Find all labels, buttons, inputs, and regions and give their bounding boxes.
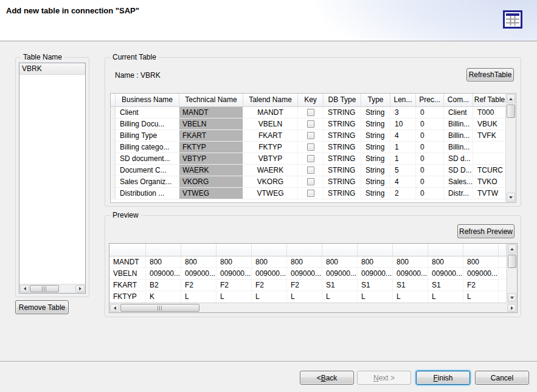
triangle-down-icon [510, 297, 514, 299]
preview-cell-filler [499, 291, 507, 302]
hscrollbar-thumb[interactable] [30, 285, 59, 292]
preview-field-label: FKTYP [109, 291, 146, 302]
preview-row[interactable]: FKTYPKLLLLLLLLL [109, 291, 507, 303]
scroll-up-button[interactable] [508, 244, 516, 253]
back-button[interactable]: < Back [300, 371, 354, 385]
cell-talend: VBTYP [243, 153, 298, 164]
cell-db_type: STRING [324, 119, 361, 129]
preview-header-cell [322, 244, 358, 256]
preview-row[interactable]: FKARTB2F2F2F2F2S1S1S1S1F2 [109, 280, 507, 291]
column-header-type[interactable]: Type [361, 94, 390, 106]
column-header-key[interactable]: Key [298, 94, 324, 106]
preview-cell: 009000... [287, 268, 322, 279]
table-name-list-hscrollbar[interactable] [19, 284, 85, 293]
cell-ref: TVKO [473, 176, 505, 187]
vscrollbar-thumb[interactable] [507, 105, 515, 118]
finish-button[interactable]: Finish [416, 371, 470, 385]
row-header-cell [111, 176, 116, 187]
cell-technical: VKORG [179, 176, 243, 187]
current-table-groupbox: Current Table Name : VBRK RefreshTable B… [105, 57, 521, 207]
cell-key [298, 107, 324, 118]
cell-db_type: STRING [324, 188, 361, 199]
vscrollbar-thumb[interactable] [508, 255, 516, 268]
cell-type: String [361, 165, 390, 176]
cell-len: 1 [390, 142, 416, 153]
remove-table-button[interactable]: Remove Table [15, 300, 69, 314]
triangle-right-icon [511, 306, 513, 310]
cell-db_type: STRING [324, 130, 361, 141]
preview-cell: 009000... [358, 268, 393, 279]
scroll-down-button[interactable] [508, 293, 516, 302]
key-checkbox[interactable] [307, 132, 314, 139]
preview-cell: 009000... [146, 268, 181, 279]
preview-header-cell [463, 244, 499, 256]
column-header-db-type[interactable]: DB Type [324, 94, 361, 106]
column-header-prec[interactable]: Prec... [416, 94, 444, 106]
cell-business: Billing Docu... [116, 119, 179, 129]
preview-header-row [109, 244, 507, 256]
current-table-header-row: Business NameTechnical NameTalend NameKe… [111, 94, 505, 107]
cell-talend: VTWEG [243, 188, 298, 199]
preview-row[interactable]: MANDT800800800800800800800800800800 [109, 256, 507, 268]
preview-cell-filler [499, 256, 507, 267]
preview-cell: 800 [181, 256, 217, 267]
table-row[interactable]: ClientMANDTMANDTSTRINGString30ClientT000 [111, 107, 505, 119]
table-row[interactable]: Sales Organiz...VKORGVKORGSTRINGString40… [111, 176, 505, 188]
key-checkbox[interactable] [307, 190, 314, 197]
cell-len: 4 [390, 176, 416, 187]
cell-business: Distribution ... [116, 188, 179, 199]
cell-technical: WAERK [179, 165, 243, 176]
triangle-left-icon [24, 287, 26, 291]
scroll-left-button[interactable] [20, 285, 29, 292]
preview-header-cell [287, 244, 322, 256]
preview-row[interactable]: VBELN009000...009000...009000...009000..… [109, 268, 507, 280]
scroll-right-button[interactable] [75, 285, 85, 292]
preview-cell: F2 [287, 280, 322, 291]
refresh-table-button[interactable]: RefreshTable [466, 68, 514, 81]
key-checkbox[interactable] [307, 109, 314, 116]
table-row[interactable]: Billing Docu...VBELNVBELNSTRINGString100… [111, 119, 505, 130]
current-table-vscrollbar[interactable] [505, 94, 516, 202]
preview-hscrollbar[interactable] [109, 303, 517, 312]
cell-talend: FKART [243, 130, 298, 141]
key-checkbox[interactable] [307, 178, 314, 185]
key-checkbox[interactable] [307, 143, 314, 151]
preview-cell: 800 [217, 256, 252, 267]
column-header-ref-table[interactable]: Ref Table [473, 94, 505, 106]
scroll-down-button[interactable] [507, 193, 515, 202]
key-checkbox[interactable] [307, 167, 314, 174]
key-checkbox[interactable] [307, 155, 314, 162]
table-name-list[interactable]: VBRK [19, 63, 86, 294]
column-header-len[interactable]: Len... [390, 94, 416, 106]
preview-cell-filler [499, 280, 507, 291]
table-row[interactable]: SD document...VBTYPVBTYPSTRINGString10SD… [111, 153, 505, 165]
cell-comment: Billin... [444, 119, 473, 129]
preview-cell: 800 [428, 256, 463, 267]
column-header-technical-name[interactable]: Technical Name [179, 94, 243, 106]
hscrollbar-thumb[interactable] [120, 304, 199, 312]
preview-header-cell [109, 244, 146, 256]
column-header-talend-name[interactable]: Talend Name [243, 94, 298, 106]
table-row[interactable]: Billing TypeFKARTFKARTSTRINGString40Bill… [111, 130, 505, 142]
triangle-left-icon [114, 306, 116, 310]
preview-cell: L [252, 291, 287, 302]
column-header-com[interactable]: Com... [444, 94, 473, 106]
refresh-preview-button[interactable]: Refresh Preview [457, 224, 514, 238]
table-row[interactable]: Billing catego...FKTYPFKTYPSTRINGString1… [111, 142, 505, 153]
scroll-up-button[interactable] [507, 94, 515, 103]
preview-cell: 800 [146, 256, 181, 267]
scroll-right-button[interactable] [507, 304, 516, 312]
table-row[interactable]: Document C...WAERKWAERKSTRINGString50SD … [111, 165, 505, 176]
cancel-button[interactable]: Cancel [475, 371, 529, 385]
column-header-business-name[interactable]: Business Name [116, 94, 179, 106]
preview-vscrollbar[interactable] [507, 244, 517, 303]
table-name-item[interactable]: VBRK [19, 63, 85, 75]
dialog-banner: Add new table in connection "SAP" [0, 0, 537, 41]
table-row[interactable]: Distribution ...VTWEGVTWEGSTRINGString20… [111, 188, 505, 199]
scroll-left-button[interactable] [110, 304, 119, 312]
row-header-cell [111, 119, 116, 129]
key-checkbox[interactable] [307, 120, 314, 128]
preview-header-cell [252, 244, 287, 256]
preview-header-cell [428, 244, 463, 256]
cell-technical: MANDT [179, 107, 243, 118]
